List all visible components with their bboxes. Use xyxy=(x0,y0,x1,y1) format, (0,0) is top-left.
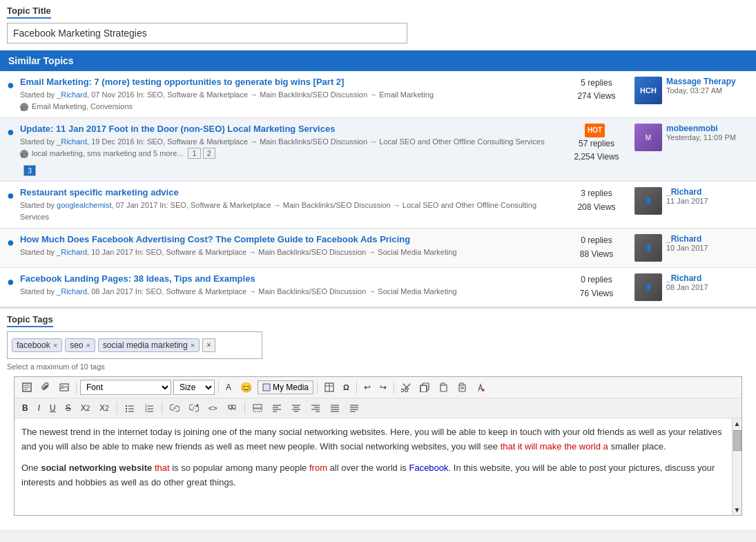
justify-icon xyxy=(330,404,340,412)
toolbar-align-block-btn[interactable] xyxy=(346,402,362,414)
blockquote-icon xyxy=(227,404,237,412)
reply-author-link[interactable]: mobeenmobi xyxy=(666,124,718,133)
topic-link[interactable]: Email Marketing: 7 (more) testing opport… xyxy=(20,77,345,87)
highlighted-text-red-2: that xyxy=(155,463,170,473)
toolbar-color-btn[interactable]: A xyxy=(222,380,235,394)
reply-author: _Richard xyxy=(666,187,749,197)
toolbar-cut-btn[interactable] xyxy=(398,380,414,394)
toolbar-unlink-btn[interactable] xyxy=(186,402,202,414)
page-link-2[interactable]: 2 xyxy=(203,148,215,159)
editor-toolbar-1: Font Arial Verdana Times New Roman Size … xyxy=(14,377,742,398)
topic-link[interactable]: Facebook Landing Pages: 38 Ideas, Tips a… xyxy=(20,273,255,284)
tag-chip-facebook: facebook × xyxy=(12,338,62,352)
scrollbar-thumb[interactable] xyxy=(733,430,742,451)
reply-date: Yesterday, 11:09 PM xyxy=(666,133,749,142)
editor-section: Font Arial Verdana Times New Roman Size … xyxy=(0,376,756,530)
toolbar-link-btn[interactable] xyxy=(166,402,183,414)
toolbar-bold-btn[interactable]: B xyxy=(19,401,32,415)
toolbar-blockquote-btn[interactable] xyxy=(224,402,240,414)
topic-author-link[interactable]: _Richard xyxy=(57,287,87,296)
toolbar-sub-btn[interactable]: X2 xyxy=(77,401,94,415)
toolbar-align-left-btn[interactable] xyxy=(269,402,285,414)
topic-stats: 0 replies 76 Views xyxy=(565,273,628,300)
cut-icon xyxy=(401,383,411,392)
topic-content: Restaurant specific marketing advice Sta… xyxy=(20,187,559,222)
tag-remove-social-media[interactable]: × xyxy=(191,341,195,349)
topic-link[interactable]: Restaurant specific marketing advice xyxy=(20,187,179,197)
editor-scrollbar[interactable]: ▲ ▼ xyxy=(732,418,742,515)
topic-bullet: ● xyxy=(7,275,14,289)
toolbar-align-center-btn[interactable] xyxy=(288,402,304,414)
scrollbar-down-btn[interactable]: ▼ xyxy=(733,505,742,515)
page-link-3[interactable]: 3 xyxy=(23,165,36,176)
toolbar-underline-btn[interactable]: U xyxy=(46,401,59,415)
topic-author-link[interactable]: _Richard xyxy=(57,137,87,146)
image-icon xyxy=(59,383,69,392)
svg-point-23 xyxy=(126,411,127,412)
topic-link[interactable]: How Much Does Facebook Advertising Cost?… xyxy=(20,234,410,244)
toolbar-divider xyxy=(76,381,77,394)
topic-stats: 3 replies 208 Views xyxy=(565,187,628,213)
reply-date: Today, 03:27 AM xyxy=(666,86,749,95)
toolbar-special-char-btn[interactable]: Ω xyxy=(340,381,353,394)
toolbar-page-break-btn[interactable] xyxy=(249,402,266,414)
toolbar-image-btn[interactable] xyxy=(56,380,72,394)
svg-point-21 xyxy=(126,408,127,409)
toolbar-my-media-btn[interactable]: My Media xyxy=(258,380,313,394)
tags-hint: Select a maximum of 10 tags xyxy=(7,362,749,371)
topic-link[interactable]: Update: 11 Jan 2017 Foot in the Door (no… xyxy=(20,124,336,134)
topic-tags-inline: local marketing, sms marketing and 5 mor… xyxy=(32,149,183,157)
toolbar-unordered-list-btn[interactable] xyxy=(122,402,138,414)
reply-author: Massage Therapy xyxy=(666,77,749,86)
toolbar-spellcheck-btn[interactable] xyxy=(472,380,489,394)
toolbar-sup-btn[interactable]: X2 xyxy=(96,401,113,415)
my-media-label: My Media xyxy=(273,383,309,392)
unordered-list-icon xyxy=(125,404,135,412)
topic-user-info: Massage Therapy Today, 03:27 AM xyxy=(666,77,749,95)
topic-author-link[interactable]: _Richard xyxy=(57,248,87,256)
topic-meta: Started by _Richard, 08 Jan 2017 In: SEO… xyxy=(20,286,559,298)
reply-author-link[interactable]: Massage Therapy xyxy=(666,77,736,86)
size-select[interactable]: Size 8 10 12 14 16 18 xyxy=(173,380,215,395)
reply-author-link[interactable]: _Richard xyxy=(666,187,701,197)
topic-title-input[interactable] xyxy=(7,23,407,43)
editor-toolbar-2: B I U S X2 X2 1.2.3. xyxy=(14,398,742,418)
toolbar-source-btn[interactable] xyxy=(19,380,35,394)
toolbar-copy-btn[interactable] xyxy=(416,380,433,394)
toolbar-justify-btn[interactable] xyxy=(327,402,343,414)
toolbar-paste-btn[interactable] xyxy=(435,380,452,394)
toolbar-ordered-list-btn[interactable]: 1.2.3. xyxy=(141,402,157,414)
toolbar-html-btn[interactable]: <> xyxy=(205,402,221,414)
toolbar-paperclip-btn[interactable] xyxy=(37,380,54,394)
topic-author-link[interactable]: googlealchemist xyxy=(57,201,112,209)
toolbar-redo-btn[interactable]: ↪ xyxy=(376,380,390,394)
toolbar-divider-2 xyxy=(218,381,219,394)
paperclip-icon xyxy=(41,383,50,392)
tags-close-button[interactable]: × xyxy=(202,338,215,352)
toolbar-undo-btn[interactable]: ↩ xyxy=(360,380,374,394)
topic-author-link[interactable]: _Richard xyxy=(57,90,87,99)
scrollbar-up-btn[interactable]: ▲ xyxy=(733,418,742,429)
toolbar-table-btn[interactable] xyxy=(321,380,338,394)
topic-content: Facebook Landing Pages: 38 Ideas, Tips a… xyxy=(20,273,559,298)
topic-user-info: mobeenmobi Yesterday, 11:09 PM xyxy=(666,124,749,142)
ordered-list-icon: 1.2.3. xyxy=(144,404,154,412)
table-row: ● Update: 11 Jan 2017 Foot in the Door (… xyxy=(0,118,756,182)
svg-text:3.: 3. xyxy=(145,409,148,412)
toolbar-strike-btn[interactable]: S xyxy=(62,401,75,415)
font-select[interactable]: Font Arial Verdana Times New Roman xyxy=(80,380,171,395)
page-link-1[interactable]: 1 xyxy=(188,148,200,159)
toolbar-emoji-btn[interactable]: 😊 xyxy=(237,380,255,395)
tag-remove-facebook[interactable]: × xyxy=(53,341,57,349)
toolbar-italic-btn[interactable]: I xyxy=(35,401,43,415)
editor-content[interactable]: The newest trend in the internet today i… xyxy=(14,418,742,515)
tag-remove-seo[interactable]: × xyxy=(86,341,90,349)
toolbar-align-right-btn[interactable] xyxy=(307,402,324,414)
avatar: 👤 xyxy=(634,187,662,215)
media-icon xyxy=(262,383,271,391)
svg-rect-16 xyxy=(460,383,463,385)
tags-input-box[interactable]: facebook × seo × social media marketing … xyxy=(7,331,262,359)
reply-author-link[interactable]: _Richard xyxy=(666,273,701,283)
toolbar-paste-text-btn[interactable] xyxy=(454,380,470,394)
reply-author-link[interactable]: _Richard xyxy=(666,234,701,244)
